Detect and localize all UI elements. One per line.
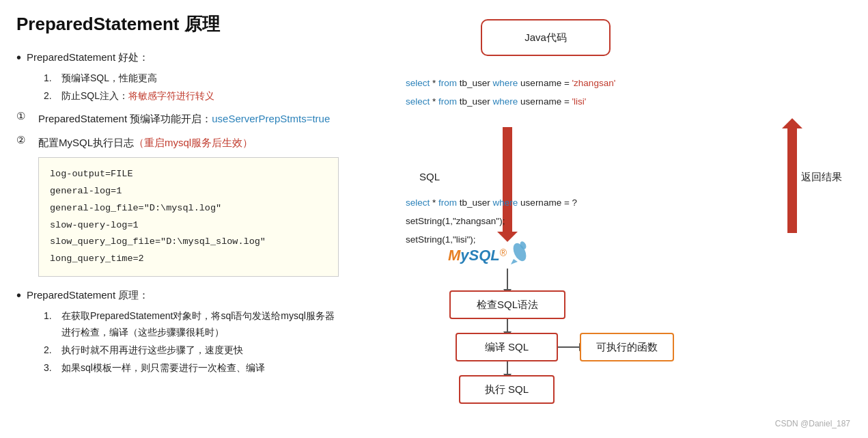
- section-2-text: 配置MySQL执行日志: [38, 137, 134, 148]
- code-line-3: general-log_file="D:\mysql.log": [50, 200, 327, 217]
- sql-line1-where: where: [493, 78, 518, 88]
- mysql-ysql-letters: ySQL: [460, 247, 499, 264]
- section-1-label: PreparedStatement 预编译功能开启：useServerPrepS…: [38, 110, 330, 128]
- section-1-blue: useServerPrepStmts=true: [212, 113, 330, 124]
- func-box: 可执行的函数: [580, 333, 674, 361]
- code-box: log-output=FILE general-log=1 general-lo…: [38, 157, 339, 277]
- check-sql-box: 检查SQL语法: [449, 290, 565, 319]
- func-label: 可执行的函数: [596, 341, 658, 354]
- exec-sql-label: 执行 SQL: [485, 383, 529, 396]
- circle-num-1: ①: [16, 110, 31, 122]
- bullet-2-label: PreparedStatement 原理：: [27, 286, 149, 304]
- sub-num-2-1: 1.: [44, 308, 57, 325]
- mysql-logo-area: MySQL®: [448, 247, 507, 264]
- sub-num-2-2: 2.: [44, 342, 57, 359]
- return-arrow-tip: [782, 118, 802, 128]
- sql2-block: select * from tb_user where username = ?…: [406, 193, 577, 249]
- arrow-compile-func: [558, 346, 580, 348]
- bullet-item-1: • PreparedStatement 好处：: [16, 49, 385, 68]
- code-line-2: general-log=1: [50, 183, 327, 200]
- sub-text-1-2-prefix: 防止SQL注入：: [61, 88, 128, 105]
- sub-item-2-2: 2. 执行时就不用再进行这些步骤了，速度更快: [44, 342, 385, 359]
- sub-item-1-2: 2. 防止SQL注入： 将敏感字符进行转义: [44, 88, 385, 105]
- sub-list-1: 1. 预编译SQL，性能更高 2. 防止SQL注入： 将敏感字符进行转义: [44, 70, 385, 105]
- sub-text-2-2: 执行时就不用再进行这些步骤了，速度更快: [61, 342, 243, 359]
- left-panel: PreparedStatement 原理 • PreparedStatement…: [16, 12, 399, 431]
- code-line-5: slow_query_log_file="D:\mysql_slow.log": [50, 234, 327, 251]
- sub-num-1-1: 1.: [44, 70, 57, 87]
- sql-line-1: select * from tb_user where username = '…: [406, 74, 615, 92]
- sql2-line2: setString(1,"zhangsan");: [406, 212, 577, 230]
- circle-num-2: ②: [16, 134, 31, 146]
- mysql-m-letter: M: [448, 247, 460, 264]
- page-title: PreparedStatement 原理: [16, 12, 385, 36]
- sql2-line1: select * from tb_user where username = ?: [406, 193, 577, 212]
- sub-text-1-2-red: 将敏感字符进行转义: [128, 88, 214, 105]
- java-box-label: Java代码: [524, 31, 567, 44]
- section-1-text: PreparedStatement 预编译功能开启：: [38, 113, 212, 124]
- bullet-dot-1: •: [16, 47, 21, 68]
- right-panel: Java代码 select * from tb_user where usern…: [399, 12, 852, 431]
- code-line-1: log-output=FILE: [50, 166, 327, 183]
- sub-num-1-2: 2.: [44, 88, 57, 105]
- bullet-item-2: • PreparedStatement 原理：: [16, 286, 385, 305]
- sub-item-1-1: 1. 预编译SQL，性能更高: [44, 70, 385, 87]
- vert-mysql-check: [507, 269, 508, 290]
- main-container: PreparedStatement 原理 • PreparedStatement…: [0, 0, 868, 438]
- compile-sql-label: 编译 SQL: [485, 341, 529, 354]
- svg-marker-2: [511, 259, 518, 264]
- sub-item-2-3: 3. 如果sql模板一样，则只需要进行一次检查、编译: [44, 360, 385, 377]
- sub-text-1-1: 预编译SQL，性能更高: [61, 70, 157, 87]
- sub-text-2-1: 在获取PreparedStatement对象时，将sql语句发送给mysql服务…: [61, 308, 335, 325]
- sql2-line3: setString(1,"lisi");: [406, 230, 577, 249]
- section-1: ① PreparedStatement 预编译功能开启：useServerPre…: [16, 110, 385, 128]
- exec-sql-box: 执行 SQL: [459, 375, 555, 404]
- sql-side-label: SQL: [419, 171, 440, 182]
- bullet-dot-2: •: [16, 285, 21, 305]
- code-line-4: slow-query-log=1: [50, 217, 327, 234]
- return-side-label: 返回结果: [801, 171, 842, 184]
- sub-text-2-3: 如果sql模板一样，则只需要进行一次检查、编译: [61, 360, 265, 377]
- java-box: Java代码: [481, 19, 611, 56]
- sub-num-2-3: 3.: [44, 360, 57, 377]
- vert-compile-exec: [507, 361, 508, 375]
- sql-lines-top: select * from tb_user where username = '…: [406, 74, 615, 111]
- sql-line1-prefix: select: [406, 78, 430, 88]
- section-2: ② 配置MySQL执行日志（重启mysql服务后生效）: [16, 134, 385, 152]
- dolphin-icon: [509, 240, 530, 266]
- sub-list-2: 1. 在获取PreparedStatement对象时，将sql语句发送给mysq…: [44, 308, 385, 376]
- check-sql-label: 检查SQL语法: [477, 299, 538, 312]
- mysql-registered: ®: [500, 247, 507, 258]
- code-line-6: long_query_time=2: [50, 251, 327, 268]
- return-arrow-up: [787, 127, 797, 233]
- sql-line-2: select * from tb_user where username = '…: [406, 92, 615, 111]
- sub-text-2-1b: 进行检查，编译（这些步骤骤很耗时）: [61, 327, 224, 338]
- sub-item-2-1: 1. 在获取PreparedStatement对象时，将sql语句发送给mysq…: [44, 308, 385, 341]
- vert-check-compile: [507, 319, 508, 333]
- watermark: CSDN @Daniel_187: [775, 419, 850, 428]
- section-2-red: （重启mysql服务后生效）: [134, 137, 253, 148]
- sql-line1-from: from: [438, 78, 457, 88]
- compile-sql-box: 编译 SQL: [456, 333, 558, 361]
- bullet-1-label: PreparedStatement 好处：: [27, 49, 149, 66]
- section-2-label: 配置MySQL执行日志（重启mysql服务后生效）: [38, 134, 253, 152]
